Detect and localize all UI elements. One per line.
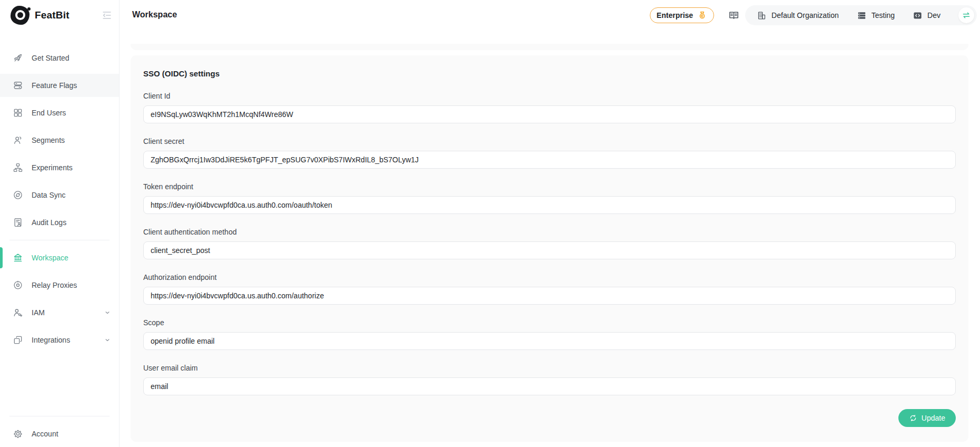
environment-label: Dev (927, 11, 941, 20)
field-label: Scope (143, 318, 956, 327)
card-title: SSO (OIDC) settings (143, 69, 956, 78)
featbit-logo (11, 6, 29, 25)
header-controls: Enterprise (650, 5, 977, 25)
sidebar-divider (9, 416, 110, 416)
sidebar-item-relay-proxies[interactable]: Relay Proxies (0, 274, 119, 297)
update-button[interactable]: Update (898, 409, 956, 427)
environment-selector[interactable]: Dev (913, 11, 941, 21)
organization-building-icon (757, 11, 767, 21)
sidebar-bottom: Account (0, 410, 119, 447)
client-secret-field: Client secret (143, 137, 956, 169)
previous-card-bottom-edge (131, 44, 968, 50)
user-email-claim-input[interactable] (143, 377, 956, 395)
logo-row: FeatBit (0, 0, 119, 31)
sidebar-item-feature-flags[interactable]: Feature Flags (0, 74, 119, 97)
sidebar-item-experiments[interactable]: Experiments (0, 156, 119, 179)
grid-icon (13, 108, 23, 118)
sidebar-item-label: Experiments (32, 163, 73, 172)
sidebar-item-account[interactable]: Account (0, 422, 119, 445)
main-content: SSO (OIDC) settings Client Id Client sec… (120, 37, 980, 447)
plan-badge-label: Enterprise (657, 11, 693, 20)
sidebar-item-label: End Users (32, 109, 66, 117)
client-id-input[interactable] (143, 105, 956, 123)
field-label: Token endpoint (143, 182, 956, 191)
sidebar-item-label: Relay Proxies (32, 281, 77, 289)
field-label: Authorization endpoint (143, 273, 956, 281)
relay-icon (13, 280, 23, 290)
plan-badge[interactable]: Enterprise (650, 7, 714, 23)
sidebar-item-label: Segments (32, 136, 65, 144)
sidebar-item-audit-logs[interactable]: Audit Logs (0, 211, 119, 234)
field-label: Client secret (143, 137, 956, 145)
integrations-icon (13, 335, 23, 345)
sidebar-item-label: Feature Flags (32, 81, 77, 90)
update-button-label: Update (922, 414, 945, 422)
client-authentication-method-input[interactable] (143, 241, 956, 259)
book-icon[interactable] (728, 9, 740, 22)
button-row: Update (143, 409, 956, 427)
project-label: Testing (872, 11, 895, 20)
page-title: Workspace (132, 10, 177, 20)
token-endpoint-input[interactable] (143, 196, 956, 214)
scope-field: Scope (143, 318, 956, 350)
authorization-endpoint-input[interactable] (143, 287, 956, 305)
sidebar-item-segments[interactable]: Segments (0, 129, 119, 152)
sidebar-item-data-sync[interactable]: Data Sync (0, 183, 119, 207)
sidebar-item-label: Account (32, 430, 58, 438)
sidebar-item-label: Data Sync (32, 191, 66, 199)
sidebar-item-label: Audit Logs (32, 218, 66, 227)
field-label: Client Id (143, 92, 956, 100)
users-icon (13, 135, 23, 145)
chevron-down-icon (104, 309, 111, 316)
brand-name: FeatBit (35, 9, 70, 21)
scope-input[interactable] (143, 332, 956, 350)
client-secret-input[interactable] (143, 151, 956, 169)
sidebar-item-label: Get Started (32, 54, 70, 62)
client-authentication-method-field: Client authentication method (143, 228, 956, 259)
field-label: User email claim (143, 364, 956, 372)
token-endpoint-field: Token endpoint (143, 182, 956, 214)
field-label: Client authentication method (143, 228, 956, 236)
organization-selector[interactable]: Default Organization (757, 11, 839, 21)
project-stack-icon (857, 11, 867, 21)
active-indicator-bar (0, 247, 3, 268)
sidebar-item-label: Integrations (32, 336, 70, 344)
chevron-down-icon (104, 337, 111, 343)
sync-circle-icon (13, 190, 23, 200)
toggles-icon (13, 80, 23, 91)
environment-code-icon (913, 11, 923, 21)
context-bar: Default Organization Test (745, 5, 977, 25)
user-email-claim-field: User email claim (143, 364, 956, 395)
organization-label: Default Organization (771, 11, 839, 20)
swap-arrows-icon[interactable] (958, 7, 974, 23)
sso-settings-card: SSO (OIDC) settings Client Id Client sec… (131, 55, 968, 442)
bank-icon (13, 252, 23, 263)
sidebar-item-end-users[interactable]: End Users (0, 101, 119, 124)
header: Workspace Enterprise (120, 0, 980, 37)
sidebar-item-get-started[interactable]: Get Started (0, 46, 119, 70)
sidebar-nav: Get Started Feature Flags End Users (0, 31, 119, 352)
sidebar-item-label: Workspace (32, 254, 68, 262)
sidebar-item-integrations[interactable]: Integrations (0, 328, 119, 352)
sync-icon (909, 414, 917, 422)
project-selector[interactable]: Testing (857, 11, 895, 21)
authorization-endpoint-field: Authorization endpoint (143, 273, 956, 305)
menu-fold-icon[interactable] (101, 9, 113, 21)
gear-icon (13, 429, 23, 439)
sidebar: FeatBit Get Started (0, 0, 120, 447)
medal-icon (697, 11, 707, 21)
rocket-icon (13, 53, 23, 63)
sidebar-divider (9, 240, 110, 240)
sidebar-item-workspace[interactable]: Workspace (0, 246, 119, 269)
audit-document-icon (13, 217, 23, 228)
iam-person-icon (13, 307, 23, 318)
sidebar-item-iam[interactable]: IAM (0, 301, 119, 324)
sitemap-icon (13, 162, 23, 173)
client-id-field: Client Id (143, 92, 956, 123)
sidebar-item-label: IAM (32, 308, 45, 317)
